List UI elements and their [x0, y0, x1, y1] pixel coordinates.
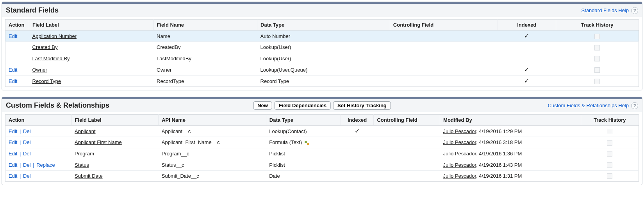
edit-link[interactable]: Edit [9, 128, 17, 134]
track-history-cell [556, 76, 639, 87]
track-history-cell [556, 64, 639, 76]
controlling-field-cell [390, 42, 498, 53]
set-history-tracking-button[interactable]: Set History Tracking [333, 101, 391, 110]
edit-link[interactable]: Edit [9, 78, 17, 84]
indexed-cell [341, 137, 374, 148]
edit-link[interactable]: Edit [9, 139, 17, 145]
custom-fields-header: Custom Fields & Relationships New Field … [2, 99, 642, 112]
edit-link[interactable]: Edit [9, 67, 17, 73]
table-row: Edit | DelApplicantApplicant__cLookup(Co… [5, 126, 639, 137]
indexed-cell: ✓ [498, 31, 556, 42]
modified-by-cell: Julio Pescador, 4/19/2016 1:36 PM [440, 148, 581, 159]
indexed-cell [341, 170, 374, 182]
col-indexed: Indexed [498, 20, 556, 31]
standard-fields-title: Standard Fields [6, 6, 59, 14]
del-link[interactable]: Del [23, 139, 31, 145]
controlling-field-cell [390, 64, 498, 76]
field-label-cell: Application Number [29, 31, 154, 42]
controlling-field-cell [374, 159, 440, 171]
api-name-cell: Submit_Date__c [159, 170, 266, 182]
indexed-cell [341, 148, 374, 159]
edit-link[interactable]: Edit [9, 162, 17, 168]
field-dependencies-button[interactable]: Field Dependencies [275, 101, 331, 110]
modified-timestamp: , 4/19/2016 1:36 PM [476, 151, 522, 157]
standard-fields-header: Standard Fields Standard Fields Help ? [2, 4, 642, 17]
table-row: EditRecord TypeRecordTypeRecord Type✓ [5, 76, 639, 87]
data-type-cell: Date [266, 170, 341, 182]
table-row: Edit | DelSubmit DateSubmit_Date__cDateJ… [5, 170, 639, 182]
modified-timestamp: , 4/19/2016 1:43 PM [476, 162, 522, 168]
modified-by-user-link[interactable]: Julio Pescador [443, 128, 476, 134]
custom-fields-help-link[interactable]: Custom Fields & Relationships Help [548, 103, 629, 108]
field-label-cell: Last Modified By [29, 53, 154, 64]
del-link[interactable]: Del [23, 151, 31, 157]
table-row: Edit | DelApplicant First NameApplicant_… [5, 137, 639, 148]
disabled-checkbox [607, 129, 612, 134]
data-type-cell: Picklist [266, 159, 341, 171]
del-link[interactable]: Del [23, 173, 31, 179]
table-header-row: Action Field Label API Name Data Type In… [5, 115, 639, 126]
field-label-link[interactable]: Owner [32, 67, 47, 73]
table-row: Edit | Del | ReplaceStatusStatus__cPickl… [5, 159, 639, 171]
field-label-link[interactable]: Created By [32, 44, 58, 50]
disabled-checkbox [607, 151, 612, 157]
field-name-cell: CreatedBy [153, 42, 257, 53]
action-cell: Edit | Del [5, 126, 72, 137]
data-type-cell: Lookup(User,Queue) [257, 64, 390, 76]
api-name-cell: Program__c [159, 148, 266, 159]
help-icon[interactable]: ? [631, 7, 638, 14]
field-label-cell: Record Type [29, 76, 154, 87]
check-icon: ✓ [524, 67, 529, 73]
modified-by-user-link[interactable]: Julio Pescador [443, 162, 476, 168]
new-button[interactable]: New [253, 101, 272, 110]
controlling-field-cell [390, 31, 498, 42]
field-label-link[interactable]: Application Number [32, 33, 77, 39]
track-history-cell [556, 31, 639, 42]
custom-fields-title: Custom Fields & Relationships [6, 101, 109, 110]
modified-by-user-link[interactable]: Julio Pescador [443, 173, 476, 179]
replace-link[interactable]: Replace [36, 162, 55, 168]
modified-timestamp: , 4/19/2016 3:18 PM [476, 139, 522, 145]
field-label-link[interactable]: Program [75, 151, 94, 157]
formula-status-icon [304, 140, 310, 146]
col-modified-by: Modified By [440, 115, 581, 126]
standard-fields-help-link[interactable]: Standard Fields Help [582, 7, 629, 13]
field-label-cell: Applicant First Name [71, 137, 159, 148]
col-field-label: Field Label [29, 20, 154, 31]
api-name-cell: Applicant__c [159, 126, 266, 137]
action-cell: Edit | Del [5, 170, 72, 182]
api-name-cell: Applicant_First_Name__c [159, 137, 266, 148]
del-link[interactable]: Del [23, 162, 31, 168]
action-cell: Edit | Del [5, 148, 72, 159]
action-cell: Edit [5, 64, 29, 76]
col-track-history: Track History [581, 115, 639, 126]
action-separator: | [17, 139, 23, 145]
edit-link[interactable]: Edit [9, 173, 17, 179]
edit-link[interactable]: Edit [9, 33, 17, 39]
table-row: Created ByCreatedByLookup(User) [5, 42, 639, 53]
field-label-cell: Applicant [71, 126, 159, 137]
data-type-cell: Auto Number [257, 31, 390, 42]
field-label-link[interactable]: Submit Date [75, 173, 103, 179]
col-field-label: Field Label [71, 115, 159, 126]
field-label-link[interactable]: Status [75, 162, 89, 168]
field-label-link[interactable]: Applicant First Name [75, 139, 122, 145]
track-history-cell [581, 126, 639, 137]
edit-link[interactable]: Edit [9, 151, 17, 157]
help-icon[interactable]: ? [631, 102, 638, 109]
modified-by-user-link[interactable]: Julio Pescador [443, 151, 476, 157]
modified-by-user-link[interactable]: Julio Pescador [443, 139, 476, 145]
action-separator: | [31, 162, 37, 168]
field-label-link[interactable]: Last Modified By [32, 56, 70, 61]
track-history-cell [556, 42, 639, 53]
data-type-cell: Lookup(User) [257, 42, 390, 53]
check-icon: ✓ [524, 78, 529, 84]
indexed-cell [498, 42, 556, 53]
field-label-link[interactable]: Record Type [32, 78, 61, 84]
field-label-link[interactable]: Applicant [75, 128, 95, 134]
del-link[interactable]: Del [23, 128, 31, 134]
track-history-cell [581, 159, 639, 171]
disabled-checkbox [607, 162, 612, 168]
controlling-field-cell [374, 170, 440, 182]
col-track-history: Track History [556, 20, 639, 31]
